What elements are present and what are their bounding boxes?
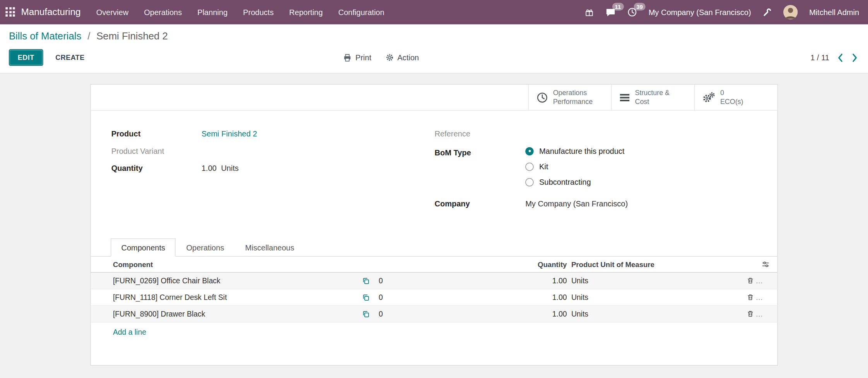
bom-type-option-subcontracting[interactable]: Subcontracting <box>525 177 757 186</box>
reference-field: Reference <box>434 129 757 141</box>
user-menu[interactable]: Mitchell Admin <box>809 8 859 17</box>
messages-badge: 11 <box>612 3 624 10</box>
trash-icon[interactable] <box>747 277 754 284</box>
stat-button-label: 0ECO(s) <box>720 89 743 107</box>
reference-label: Reference <box>434 129 525 138</box>
bom-type-label: BoM Type <box>434 148 525 157</box>
pager-value[interactable]: 1 / 11 <box>810 53 829 62</box>
bom-type-options: Manufacture this product Kit Subcontract… <box>525 146 757 193</box>
table-row[interactable]: [FURN_1118] Corner Desk Left Sit 0 1.00 … <box>91 289 777 306</box>
control-panel: Bills of Materials / Semi Finished 2 EDI… <box>0 24 868 73</box>
breadcrumb-separator: / <box>87 31 90 42</box>
radio-checked-icon[interactable] <box>525 147 533 155</box>
form-left-column: Product Semi Finished 2 Product Variant … <box>111 129 435 216</box>
print-menu[interactable]: Print <box>343 53 371 62</box>
edit-button[interactable]: EDIT <box>9 49 43 66</box>
main-content: OperationsPerformance Structure &Cost <box>0 73 868 366</box>
components-table: Component Quantity Product Unit of Measu… <box>91 257 777 337</box>
table-row[interactable]: [FURN_0269] Office Chair Black 0 1.00 Un… <box>91 273 777 289</box>
header-quantity[interactable]: Quantity <box>401 260 567 268</box>
gears-icon <box>702 92 715 103</box>
product-value-link[interactable]: Semi Finished 2 <box>202 129 435 138</box>
tab-operations[interactable]: Operations <box>176 238 234 257</box>
product-field: Product Semi Finished 2 <box>111 129 435 141</box>
eco-button[interactable]: 0ECO(s) <box>694 85 777 110</box>
form-right-column: Reference BoM Type Manufacture this prod… <box>434 129 757 216</box>
statusbar: OperationsPerformance Structure &Cost <box>91 85 777 111</box>
apps-menu-icon[interactable] <box>5 7 15 17</box>
tab-components[interactable]: Components <box>111 238 176 257</box>
printer-icon <box>343 53 351 61</box>
header-component[interactable]: Component <box>113 260 362 268</box>
table-body: [FURN_0269] Office Chair Black 0 1.00 Un… <box>91 273 777 323</box>
topbar: Manufacturing Overview Operations Planni… <box>0 0 868 24</box>
product-label: Product <box>111 129 202 138</box>
radio-icon[interactable] <box>525 178 533 186</box>
menu-configuration[interactable]: Configuration <box>338 8 384 17</box>
quantity-value: 1.00Units <box>202 164 435 173</box>
quantity-uom: Units <box>221 164 239 173</box>
pager-previous-icon[interactable] <box>836 52 844 63</box>
clock-icon <box>537 92 548 103</box>
menu-products[interactable]: Products <box>243 8 273 17</box>
activities-badge: 39 <box>634 3 646 10</box>
table-header: Component Quantity Product Unit of Measu… <box>91 257 777 273</box>
gift-icon[interactable] <box>584 7 594 17</box>
copy-icon[interactable] <box>362 310 379 318</box>
stat-button-label: Structure &Cost <box>635 89 669 107</box>
print-label: Print <box>355 53 371 62</box>
product-variant-field: Product Variant <box>111 146 435 158</box>
pager: 1 / 11 <box>810 52 859 63</box>
app-name[interactable]: Manufacturing <box>21 7 80 18</box>
menu-operations[interactable]: Operations <box>144 8 182 17</box>
trash-icon[interactable] <box>747 310 754 318</box>
bom-form-sheet: OperationsPerformance Structure &Cost <box>90 84 777 366</box>
breadcrumb-bills-of-materials[interactable]: Bills of Materials <box>9 31 82 42</box>
optional-columns-icon[interactable] <box>744 261 777 268</box>
table-row[interactable]: [FURN_8900] Drawer Black 0 1.00 Units <box>91 306 777 322</box>
bom-type-field: BoM Type Manufacture this product Kit <box>434 146 757 193</box>
quantity-field: Quantity 1.00Units <box>111 164 435 175</box>
topbar-menu: Overview Operations Planning Products Re… <box>96 8 384 17</box>
control-panel-actions: EDIT CREATE Print Action <box>9 48 859 67</box>
row-actions: … <box>744 293 777 301</box>
stat-button-label: OperationsPerformance <box>553 89 593 107</box>
action-label: Action <box>397 53 419 62</box>
radio-icon[interactable] <box>525 162 533 170</box>
breadcrumb: Bills of Materials / Semi Finished 2 <box>9 31 859 42</box>
debug-wrench-icon[interactable] <box>763 8 772 17</box>
quantity-label: Quantity <box>111 164 202 173</box>
tab-miscellaneous[interactable]: Miscellaneous <box>235 238 305 257</box>
bars-icon <box>619 93 630 102</box>
copy-icon[interactable] <box>362 277 379 284</box>
menu-planning[interactable]: Planning <box>197 8 227 17</box>
operations-performance-button[interactable]: OperationsPerformance <box>528 85 611 110</box>
row-actions: … <box>744 310 777 318</box>
company-label: Company <box>434 199 525 208</box>
systray: 11 39 My Company (San Francisco) <box>584 5 859 19</box>
breadcrumb-current: Semi Finished 2 <box>96 31 168 42</box>
form-fields: Product Semi Finished 2 Product Variant … <box>91 111 777 216</box>
pager-next-icon[interactable] <box>851 52 859 63</box>
menu-reporting[interactable]: Reporting <box>289 8 323 17</box>
bom-type-option-manufacture[interactable]: Manufacture this product <box>525 146 757 155</box>
create-button[interactable]: CREATE <box>55 54 85 61</box>
company-field: Company My Company (San Francisco) <box>434 199 757 210</box>
header-uom[interactable]: Product Unit of Measure <box>567 260 744 268</box>
copy-icon[interactable] <box>362 293 379 301</box>
user-avatar[interactable] <box>783 5 798 19</box>
gear-icon <box>386 54 393 61</box>
bom-type-option-kit[interactable]: Kit <box>525 162 757 171</box>
notebook-tabs: Components Operations Miscellaneous <box>91 238 777 257</box>
trash-icon[interactable] <box>747 294 754 301</box>
action-menus: Print Action <box>343 53 419 62</box>
messages-icon[interactable]: 11 <box>605 7 615 17</box>
add-a-line-link[interactable]: Add a line <box>113 328 146 336</box>
structure-cost-button[interactable]: Structure &Cost <box>611 85 694 110</box>
action-menu[interactable]: Action <box>386 53 419 62</box>
row-actions: … <box>744 277 777 285</box>
activities-icon[interactable]: 39 <box>627 7 637 17</box>
company-switcher[interactable]: My Company (San Francisco) <box>649 8 751 17</box>
product-variant-label: Product Variant <box>111 146 202 155</box>
menu-overview[interactable]: Overview <box>96 8 129 17</box>
